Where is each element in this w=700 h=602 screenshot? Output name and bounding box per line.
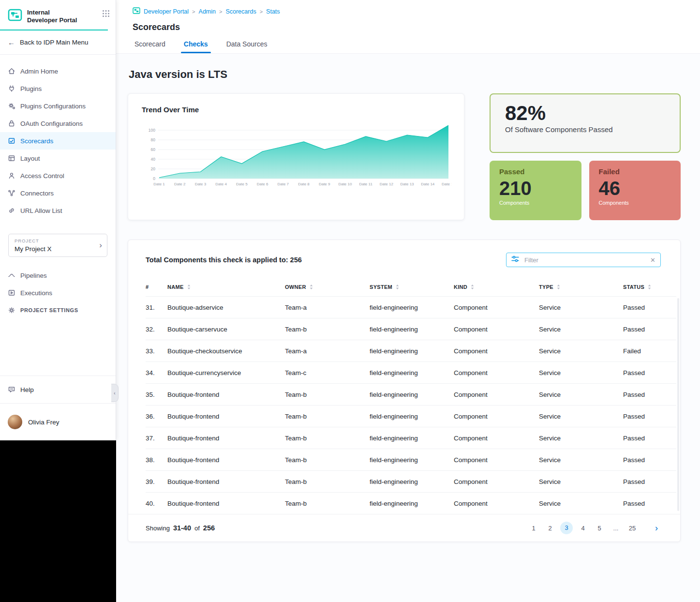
table-cell: Component (454, 369, 539, 376)
table-footer: Showing 31-40 of 256 12345...25› (128, 514, 680, 542)
page-button-4[interactable]: 4 (575, 525, 591, 532)
sidebar-item-plugins-configurations[interactable]: Plugins Configurations (0, 97, 116, 115)
breadcrumb-link-developer-portal[interactable]: Developer Portal (144, 8, 189, 15)
passed-card: Passed 210 Components (490, 161, 581, 220)
user-profile[interactable]: Olivia Frey (0, 403, 116, 440)
column-header-system[interactable]: SYSTEM (370, 284, 454, 290)
page-button-1[interactable]: 1 (525, 525, 542, 532)
table-cell: Failed (623, 347, 676, 355)
svg-text:80: 80 (151, 137, 156, 142)
sidebar-item-oauth-configurations[interactable]: OAuth Configurations (0, 115, 116, 132)
pagination: 12345...25› (525, 522, 665, 534)
column-header-label: NAME (167, 284, 184, 290)
filter-sliders-icon[interactable] (511, 256, 519, 264)
table-row[interactable]: 31.Boutique-adserviceTeam-afield-enginee… (146, 296, 676, 318)
table-row[interactable]: 34.Boutique-currencyserviceTeam-cfield-e… (146, 361, 676, 383)
clear-filter-icon[interactable]: ✕ (650, 256, 655, 264)
table-cell: Team-b (285, 500, 370, 507)
help-button[interactable]: Help (0, 376, 116, 403)
table-scrollbar[interactable] (677, 298, 679, 511)
apps-grid-icon[interactable] (102, 8, 110, 19)
passed-label: Passed (499, 167, 572, 176)
main-area: Developer Portal>Admin>Scorecards>Stats … (116, 0, 700, 602)
breadcrumb-link-admin[interactable]: Admin (199, 8, 216, 15)
user-name: Olivia Frey (28, 419, 60, 426)
table-cell: field-engineering (370, 478, 454, 485)
table-cell: Passed (623, 326, 676, 333)
back-to-main-menu-button[interactable]: ← Back to IDP Main Menu (0, 30, 116, 55)
pagination-ellipsis: ... (608, 525, 624, 532)
svg-text:0: 0 (153, 176, 155, 181)
table-cell: Component (454, 435, 539, 442)
back-arrow-icon: ← (8, 38, 15, 46)
sidebar-item-admin-home[interactable]: Admin Home (0, 62, 116, 80)
crumb-logo (133, 7, 140, 16)
settings-icon (8, 306, 15, 314)
table-row[interactable]: 40.Boutique-frontendTeam-bfield-engineer… (146, 492, 676, 514)
column-header-kind[interactable]: KIND (454, 284, 539, 290)
passed-failed-row: Passed 210 Components Failed 46 Componen… (490, 161, 681, 220)
page-header: Developer Portal>Admin>Scorecards>Stats … (116, 0, 700, 54)
table-row[interactable]: 38.Boutique-frontendTeam-bfield-engineer… (146, 449, 676, 470)
showing-range: 31-40 (173, 524, 191, 532)
next-page-button[interactable]: › (648, 523, 665, 533)
idp-logo-icon (8, 8, 22, 22)
breadcrumb-link-scorecards[interactable]: Scorecards (225, 8, 256, 15)
table-row[interactable]: 33.Boutique-checkoutserviceTeam-afield-e… (146, 340, 676, 361)
sort-icon (647, 284, 652, 290)
sidebar-item-scorecards[interactable]: Scorecards (0, 132, 116, 150)
table-row[interactable]: 36.Boutique-frontendTeam-bfield-engineer… (146, 405, 676, 427)
column-header-owner[interactable]: OWNER (285, 284, 370, 290)
table-cell: field-engineering (370, 304, 454, 311)
sidebar-item-plugins[interactable]: Plugins (0, 80, 116, 97)
summary-row: Trend Over Time 020406080100Date 1Date 2… (128, 93, 681, 220)
column-header-status[interactable]: STATUS (623, 284, 676, 290)
breadcrumb-link-stats[interactable]: Stats (266, 8, 280, 15)
sidebar-collapse-handle[interactable]: ‹ (111, 384, 119, 402)
column-header-type[interactable]: TYPE (539, 284, 623, 290)
tab-checks[interactable]: Checks (184, 40, 208, 53)
sidebar-item-access-control[interactable]: Access Control (0, 167, 116, 184)
column-header-label: SYSTEM (370, 284, 392, 290)
svg-text:Date 4: Date 4 (215, 182, 227, 186)
tab-data-sources[interactable]: Data Sources (226, 40, 268, 53)
column-header-num[interactable]: # (146, 284, 167, 290)
project-selector[interactable]: PROJECT My Project X › (8, 234, 107, 257)
table-body: 31.Boutique-adserviceTeam-afield-enginee… (146, 296, 676, 514)
components-table: #NAMEOWNERSYSTEMKINDTYPESTATUS 31.Boutiq… (146, 278, 676, 514)
svg-text:Date 5: Date 5 (236, 182, 248, 186)
table-row[interactable]: 35.Boutique-frontendTeam-bfield-engineer… (146, 383, 676, 405)
url-allow-icon (8, 207, 15, 214)
svg-text:Date 2: Date 2 (174, 182, 186, 186)
help-label: Help (20, 386, 34, 393)
table-row[interactable]: 32.Boutique-carservuceTeam-bfield-engine… (146, 318, 676, 340)
pass-rate-card: 82% Of Software Components Passed (490, 93, 681, 153)
scorecards-icon (8, 137, 15, 145)
sidebar-item-layout[interactable]: Layout (0, 150, 116, 167)
sidebar-item-project-settings[interactable]: PROJECT SETTINGS (0, 301, 116, 319)
sidebar-item-executions[interactable]: Executions (0, 284, 116, 301)
sidebar-item-url-allow-list[interactable]: URL Allow List (0, 202, 116, 219)
column-header-name[interactable]: NAME (167, 284, 285, 290)
table-cell: Service (539, 478, 623, 485)
table-cell: Boutique-adservice (167, 304, 285, 311)
pipelines-icon (8, 271, 15, 279)
table-cell: Boutique-carservuce (167, 326, 285, 333)
passed-caption: Components (499, 200, 572, 206)
sidebar-item-pipelines[interactable]: Pipelines (0, 267, 116, 284)
table-row[interactable]: 37.Boutique-frontendTeam-bfield-engineer… (146, 427, 676, 449)
chart-title: Trend Over Time (142, 105, 450, 114)
tab-scorecard[interactable]: Scorecard (134, 40, 165, 53)
page-title: Scorecards (133, 22, 681, 32)
table-row[interactable]: 39.Boutique-frontendTeam-bfield-engineer… (146, 470, 676, 492)
svg-text:Date 6: Date 6 (257, 182, 268, 186)
page-button-5[interactable]: 5 (591, 525, 608, 532)
sidebar-item-connectors[interactable]: Connectors (0, 184, 116, 202)
table-cell: field-engineering (370, 326, 454, 333)
table-cell: Boutique-frontend (167, 391, 285, 398)
page-button-25[interactable]: 25 (624, 525, 640, 532)
svg-text:Date 14: Date 14 (421, 182, 435, 186)
page-button-3[interactable]: 3 (560, 522, 573, 534)
filter-input[interactable] (523, 256, 646, 264)
page-button-2[interactable]: 2 (542, 525, 558, 532)
